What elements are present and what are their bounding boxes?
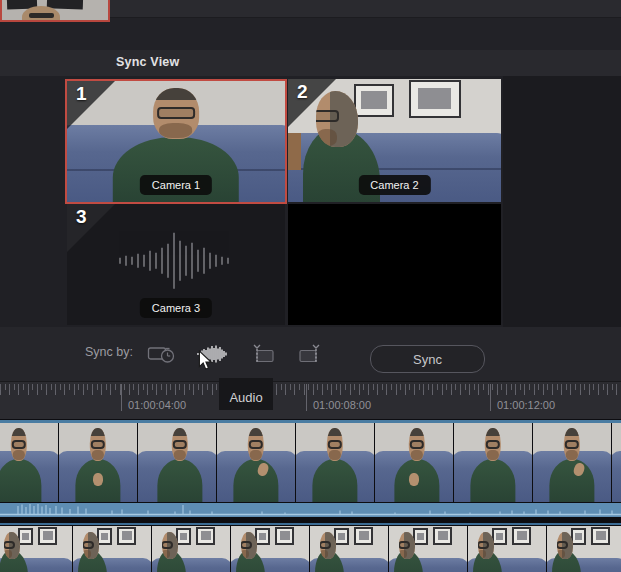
camera-number: 2	[297, 81, 308, 103]
ruler-ticks	[0, 384, 621, 396]
camera-label: Camera 2	[358, 175, 430, 195]
ruler-timecode: 01:00:08:00	[313, 399, 371, 411]
audio-track-clip1[interactable]	[0, 503, 621, 517]
camera-number-corner	[67, 204, 115, 252]
video-thumbnail	[59, 423, 137, 502]
sync-by-timecode-button[interactable]	[146, 342, 178, 366]
sync-by-out-button[interactable]	[296, 342, 328, 366]
camera-label: Camera 1	[140, 175, 212, 195]
camera-number: 1	[76, 83, 87, 105]
video-track-clip1[interactable]	[0, 423, 621, 502]
video-thumbnail	[152, 526, 230, 572]
mark-in-icon	[247, 343, 277, 365]
track-divider	[0, 523, 621, 525]
camera-number-corner	[288, 79, 336, 127]
video-thumbnail	[0, 526, 72, 572]
camera-number-corner	[67, 81, 115, 129]
camera-cell-1[interactable]: 1 Camera 1	[65, 79, 287, 204]
grid-right-filler	[503, 76, 621, 327]
timecode-icon	[147, 343, 177, 365]
video-thumbnail	[73, 526, 151, 572]
camera-label: Camera 3	[140, 298, 212, 318]
video-thumbnail	[138, 423, 216, 502]
video-thumbnail	[389, 526, 467, 572]
video-thumbnail	[533, 423, 611, 502]
sync-button[interactable]: Sync	[370, 345, 485, 373]
sync-view-header: Sync View	[0, 50, 621, 76]
page-title: Sync View	[116, 55, 179, 69]
sync-by-label: Sync by:	[85, 345, 133, 359]
video-thumbnail	[468, 526, 546, 572]
selected-clip-thumbnail[interactable]	[0, 0, 110, 22]
camera-cell-3[interactable]: 3 Camera 3	[67, 204, 285, 325]
camera-cell-2[interactable]: 2 Camera 2	[288, 79, 501, 202]
mark-out-icon	[297, 343, 327, 365]
sync-by-in-button[interactable]	[246, 342, 278, 366]
video-thumbnail	[612, 423, 621, 502]
video-track-clip2[interactable]	[0, 526, 621, 572]
mouse-cursor	[198, 350, 213, 375]
video-thumbnail	[217, 423, 295, 502]
video-thumbnail	[296, 423, 374, 502]
video-thumbnail	[454, 423, 532, 502]
audio-tooltip: Audio	[219, 378, 273, 410]
timeline-ruler[interactable]: 01:00:04:00 01:00:08:00 01:00:12:00	[0, 381, 621, 419]
ruler-timecode: 01:00:12:00	[497, 399, 555, 411]
video-thumbnail	[0, 423, 58, 502]
ruler-timecode: 01:00:04:00	[128, 399, 186, 411]
camera-cell-empty	[288, 204, 501, 325]
camera-number: 3	[76, 206, 87, 228]
sync-toolbar: Sync by:	[0, 327, 621, 381]
audio-waveform	[0, 503, 621, 517]
video-thumbnail	[375, 423, 453, 502]
video-thumbnail	[231, 526, 309, 572]
audio-waveform-icon	[116, 218, 236, 302]
video-thumbnail	[547, 526, 621, 572]
video-thumbnail	[310, 526, 388, 572]
tooltip-text: Audio	[229, 390, 262, 405]
